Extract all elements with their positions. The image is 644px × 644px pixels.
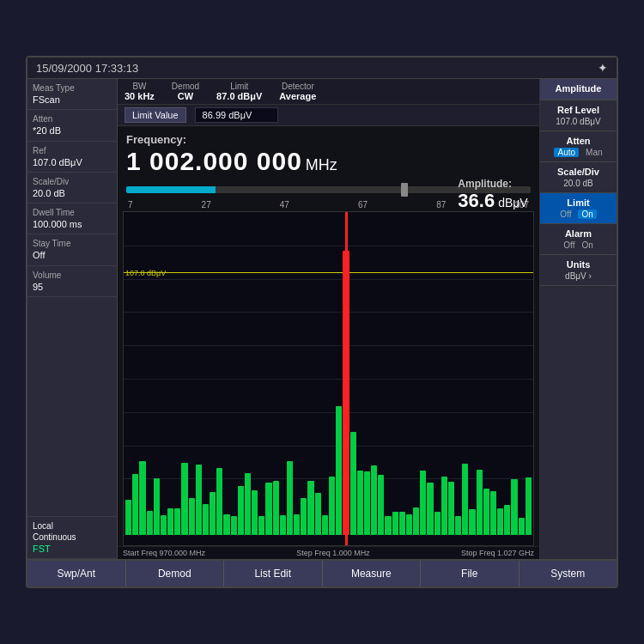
scale-div-btn[interactable]: Scale/Div 20.0 dB (540, 162, 617, 193)
bar (167, 508, 173, 535)
limit-value-label: Limit Value (125, 107, 186, 123)
mode: LocalContinuous FST (27, 517, 117, 559)
step-freq: Step Freq 1.000 MHz (296, 549, 370, 557)
swp-ant-button[interactable]: Swp/Ant (27, 561, 126, 586)
bar (139, 461, 145, 535)
bar (223, 514, 229, 535)
bar (336, 406, 342, 535)
freq-area: Frequency: 1 002.000 000 MHz (118, 126, 539, 178)
demod-col: Demod CW (172, 82, 199, 101)
system-button[interactable]: System (519, 561, 617, 586)
bar (406, 514, 412, 535)
spacer (27, 297, 117, 517)
bar (490, 491, 496, 535)
bar (161, 515, 167, 535)
bar (434, 512, 440, 535)
bar (483, 489, 489, 535)
bar (132, 474, 138, 535)
bar (301, 498, 307, 535)
bar (322, 515, 328, 535)
meas-type: Meas Type FScan (27, 79, 117, 110)
bar (357, 471, 363, 535)
list-edit-button[interactable]: List Edit (224, 561, 323, 586)
bar (343, 251, 349, 535)
right-panel: Amplitude Ref Level 107.0 dBμV Atten Aut… (539, 79, 617, 559)
bar (265, 483, 271, 535)
bar (364, 471, 370, 535)
ref-level-btn[interactable]: Ref Level 107.0 dBμV (540, 100, 617, 131)
header-bar: 15/09/2000 17:33:13 ✦ (27, 58, 617, 79)
bar (315, 493, 321, 535)
amp-value: 36.6 (458, 190, 495, 212)
bar (196, 465, 202, 535)
bar (273, 481, 279, 535)
bar (245, 473, 251, 535)
bar (329, 477, 335, 535)
limit-value-display: 86.99 dBμV (195, 107, 279, 123)
limit-value-row: Limit Value 86.99 dBμV (118, 105, 539, 126)
ref: Ref 107.0 dBμV (27, 142, 117, 173)
bar (154, 478, 160, 535)
demod-button[interactable]: Demod (126, 561, 225, 586)
bar (420, 471, 426, 535)
dwell-time: Dwell Time 100.000 ms (27, 204, 117, 234)
atten: Atten *20 dB (27, 110, 117, 141)
bars-container (124, 212, 533, 535)
measure-button[interactable]: Measure (323, 561, 422, 586)
file-button[interactable]: File (421, 561, 519, 586)
bar-fill (126, 186, 216, 193)
units-btn[interactable]: Units dBμV › (540, 255, 617, 286)
bw-col: BW 30 kHz (125, 82, 155, 101)
bar (477, 470, 483, 535)
bar (427, 483, 433, 535)
bar (125, 500, 131, 535)
amp-label: Amplitude: (458, 178, 531, 190)
bar-marker (401, 183, 408, 197)
main-frame: 15/09/2000 17:33:13 ✦ Meas Type FScan At… (26, 56, 618, 588)
bar (519, 518, 525, 535)
volume: Volume 95 (27, 266, 117, 297)
antenna-icon: ✦ (598, 61, 608, 75)
bar (210, 492, 216, 535)
center-panel: BW 30 kHz Demod CW Limit 87.0 dBμV Detec… (118, 79, 539, 559)
atten-btn[interactable]: Atten Auto Man (540, 131, 617, 162)
bar (455, 516, 461, 535)
freq-label: Frequency: (126, 133, 186, 146)
bar (497, 508, 503, 535)
limit-col: Limit 87.0 dBμV (216, 82, 262, 101)
stay-time: Stay Time Off (27, 234, 117, 265)
start-freq: Start Freq 970.000 MHz (123, 549, 205, 557)
amplitude-btn[interactable]: Amplitude (540, 79, 617, 100)
detector-col: Detector Average (279, 82, 316, 101)
bar (174, 508, 180, 535)
bar (504, 505, 510, 535)
spectrum-chart: 107.0 dBμV (123, 211, 534, 546)
bar (216, 468, 222, 535)
amp-unit: dBμV (498, 196, 528, 210)
freq-labels-row: Start Freq 970.000 MHz Step Freq 1.000 M… (118, 546, 539, 559)
timestamp: 15/09/2000 17:33:13 (36, 62, 138, 75)
stop-freq: Stop Freq 1.027 GHz (461, 549, 534, 557)
bar (238, 486, 244, 535)
bar (448, 482, 454, 535)
bar (203, 504, 209, 535)
bar (181, 463, 187, 535)
limit-btn[interactable]: Limit Off On (540, 193, 617, 224)
bar (189, 498, 195, 535)
bar (462, 464, 468, 535)
info-bar: BW 30 kHz Demod CW Limit 87.0 dBμV Detec… (118, 79, 539, 105)
bottom-toolbar: Swp/Ant Demod List Edit Measure File Sys… (27, 559, 617, 586)
freq-unit: MHz (306, 156, 337, 174)
bar (469, 509, 475, 535)
alarm-btn[interactable]: Alarm Off On (540, 224, 617, 255)
freq-value: 1 002.000 000 (126, 147, 302, 176)
bar (280, 515, 286, 535)
bar (307, 481, 313, 535)
bar (511, 479, 517, 535)
bar (350, 432, 356, 535)
bar (399, 512, 405, 535)
bar (287, 461, 293, 535)
scale-div: Scale/Div 20.0 dB (27, 173, 117, 204)
bar (294, 514, 300, 535)
bar (378, 475, 384, 535)
